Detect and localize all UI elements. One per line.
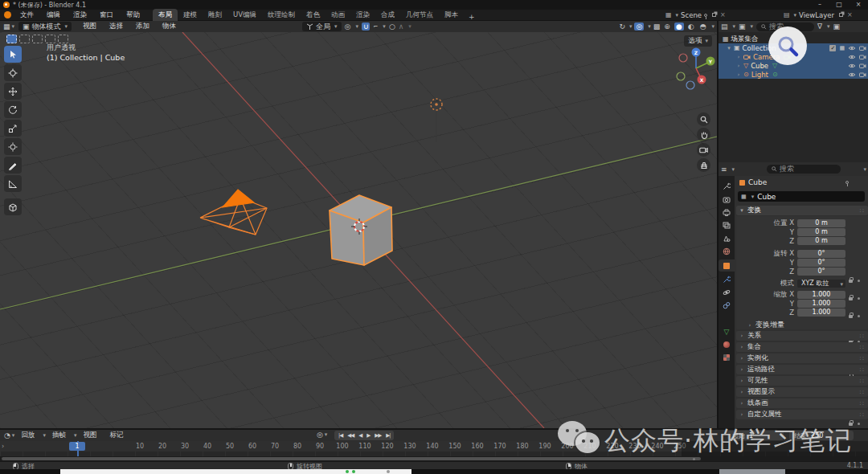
frame-end-field[interactable]: 结束250 bbox=[789, 431, 854, 440]
options-dropdown[interactable]: 选项 ▾ bbox=[684, 35, 712, 47]
particle-properties-tab[interactable] bbox=[719, 286, 735, 298]
next-keyframe-button[interactable]: ▶▶ bbox=[373, 432, 383, 439]
editor-type-3d-icon[interactable]: ▦ bbox=[3, 22, 10, 31]
current-frame-badge[interactable]: 1 bbox=[69, 442, 85, 451]
section-collections[interactable]: ›集合:: bbox=[736, 342, 868, 352]
render-properties-tab[interactable] bbox=[719, 194, 735, 206]
tab-rendering[interactable]: 渲染 bbox=[350, 9, 375, 21]
playback-menu[interactable]: 回放 bbox=[14, 431, 41, 440]
proportional-falloff-icon[interactable]: ∧ bbox=[399, 22, 404, 31]
object-properties-tab[interactable] bbox=[719, 259, 735, 272]
expand-icon[interactable]: ▾ bbox=[727, 45, 731, 51]
constraint-properties-tab[interactable] bbox=[719, 313, 735, 325]
outliner-search-input[interactable]: 搜索 bbox=[756, 22, 814, 31]
jump-to-end-button[interactable]: ▶| bbox=[384, 432, 391, 439]
rotation-mode-dropdown[interactable]: XYZ 欧拉▾ bbox=[797, 280, 845, 288]
scene-selector[interactable]: ▦ ▾ Scene × bbox=[665, 11, 726, 19]
menu-edit[interactable]: 编辑 bbox=[40, 10, 67, 20]
remove-viewlayer-icon[interactable]: × bbox=[847, 11, 853, 18]
lock-icon[interactable] bbox=[849, 420, 854, 426]
modifier-properties-tab[interactable] bbox=[719, 273, 735, 285]
breadcrumb-object[interactable]: Cube bbox=[748, 178, 767, 186]
cube-object[interactable] bbox=[330, 195, 392, 265]
shading-wireframe-icon[interactable]: ⊕ bbox=[662, 22, 672, 31]
scene-collection-row[interactable]: ▦ 场景集合 bbox=[719, 35, 868, 43]
select-menu[interactable]: 选择 bbox=[103, 22, 129, 31]
frame-start-field[interactable]: 起始1 bbox=[727, 431, 784, 440]
tab-animation[interactable]: 动画 bbox=[326, 9, 350, 21]
disable-render-icon[interactable] bbox=[859, 54, 866, 60]
shading-solid-icon[interactable]: ● bbox=[674, 22, 684, 31]
tab-layout[interactable]: 布局 bbox=[153, 9, 178, 21]
scene-properties-tab[interactable] bbox=[719, 232, 735, 244]
transform-orientation-selector[interactable]: 全局 ▾ bbox=[302, 22, 342, 31]
hide-eye-icon[interactable] bbox=[848, 45, 856, 51]
previous-keyframe-button[interactable]: ◀◀ bbox=[346, 432, 355, 439]
lock-icon[interactable] bbox=[849, 313, 854, 318]
section-instancing[interactable]: ›实例化:: bbox=[736, 353, 868, 363]
tab-sculpting[interactable]: 雕刻 bbox=[203, 9, 227, 21]
menu-window[interactable]: 窗口 bbox=[93, 10, 120, 20]
rotation-z-field[interactable]: 0° bbox=[797, 268, 845, 276]
object-data-properties-tab[interactable]: ▽ bbox=[719, 325, 735, 337]
keying-menu[interactable]: 插帧 bbox=[46, 431, 72, 440]
editor-type-timeline-icon[interactable]: ◔ bbox=[4, 431, 10, 439]
gizmo-minus-z-ball[interactable] bbox=[686, 81, 694, 89]
collection-row[interactable]: ▾ ▣ Collection ✓ ▦ bbox=[719, 43, 868, 52]
outliner-filter-icon[interactable]: ▤ bbox=[721, 22, 728, 31]
marker-menu[interactable]: 标记 bbox=[103, 431, 129, 440]
tab-shading[interactable]: 着色 bbox=[301, 9, 326, 21]
jump-to-start-button[interactable]: |◀ bbox=[337, 432, 344, 439]
viewlayer-properties-tab[interactable] bbox=[719, 219, 735, 231]
animate-dot-icon[interactable] bbox=[858, 315, 860, 317]
menu-file[interactable]: 文件 bbox=[14, 10, 40, 20]
section-viewport-display[interactable]: ›视图显示:: bbox=[736, 387, 868, 397]
scrollbar-handle[interactable] bbox=[2, 457, 701, 460]
menu-help[interactable]: 帮助 bbox=[120, 10, 146, 20]
tab-compositing[interactable]: 合成 bbox=[375, 9, 400, 21]
section-relations[interactable]: ›关系:: bbox=[736, 331, 868, 341]
show-overlays-icon[interactable]: ◎ bbox=[634, 22, 644, 31]
editor-type-properties-icon[interactable]: ≡ bbox=[721, 165, 727, 174]
viewlayer-selector[interactable]: ▤ ▾ ViewLayer × bbox=[784, 11, 853, 19]
copy-viewlayer-icon[interactable] bbox=[839, 13, 843, 17]
section-custom-properties[interactable]: ›自定义属性:: bbox=[736, 410, 868, 419]
show-gizmo-icon[interactable]: ↻ bbox=[619, 22, 625, 31]
snap-magnet-icon[interactable]: ∪ bbox=[362, 22, 371, 31]
play-button[interactable]: ▶ bbox=[365, 432, 371, 439]
object-menu[interactable]: 物体 bbox=[156, 22, 182, 31]
animate-dot-icon[interactable] bbox=[858, 423, 860, 425]
remove-scene-icon[interactable]: × bbox=[720, 11, 726, 18]
animate-dot-icon[interactable] bbox=[858, 280, 860, 282]
delta-transform-header[interactable]: › 变换增量 bbox=[747, 320, 784, 330]
transform-panel-header[interactable]: ▾ 变换 :: bbox=[736, 206, 868, 215]
output-properties-tab[interactable] bbox=[719, 206, 735, 219]
tab-uv-editing[interactable]: UV编辑 bbox=[227, 9, 262, 21]
location-x-field[interactable]: 0 m bbox=[797, 219, 845, 227]
menu-render[interactable]: 渲染 bbox=[67, 10, 93, 20]
view-menu[interactable]: 视图 bbox=[76, 22, 103, 31]
restrict-select-icon[interactable]: ▦ bbox=[839, 45, 845, 51]
lock-icon[interactable] bbox=[849, 295, 854, 300]
rotation-x-field[interactable]: 0° bbox=[797, 250, 845, 258]
add-workspace-button[interactable]: + bbox=[464, 13, 480, 21]
maximize-button[interactable]: □ bbox=[829, 0, 849, 10]
close-button[interactable]: × bbox=[849, 0, 868, 10]
scale-x-field[interactable]: 1.000 bbox=[797, 291, 845, 299]
pin-icon[interactable] bbox=[704, 14, 707, 17]
section-line-art[interactable]: ›线条画:: bbox=[736, 398, 868, 408]
pan-view-icon[interactable] bbox=[697, 128, 710, 141]
blender-menu-icon[interactable] bbox=[4, 11, 11, 18]
toggle-xray-icon[interactable]: ▩ bbox=[653, 22, 661, 31]
pin-id-icon[interactable] bbox=[845, 181, 849, 184]
hide-eye-icon[interactable] bbox=[848, 54, 856, 60]
gizmo-minus-x-ball[interactable] bbox=[679, 54, 687, 62]
gizmo-minus-y-ball[interactable] bbox=[677, 72, 685, 80]
physics-properties-tab[interactable] bbox=[719, 299, 735, 311]
outliner-row-cube[interactable]: › ▽ Cube ▽ bbox=[719, 61, 868, 70]
light-object[interactable] bbox=[431, 99, 442, 142]
view-menu[interactable]: 视图 bbox=[76, 431, 103, 440]
zoom-view-icon[interactable] bbox=[697, 112, 710, 126]
collapse-icon[interactable]: › bbox=[736, 63, 741, 69]
filter-funnel-icon[interactable]: ∇ bbox=[817, 22, 822, 31]
